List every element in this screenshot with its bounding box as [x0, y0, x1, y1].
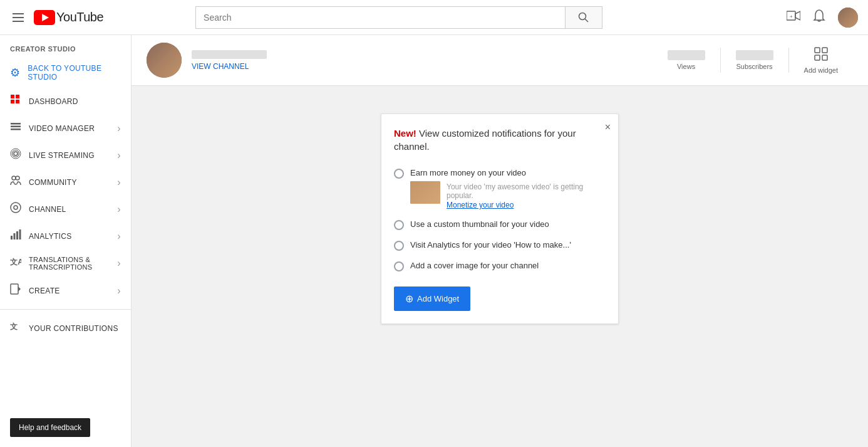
svg-point-18: [16, 176, 19, 180]
add-widget-popup-label: Add Widget: [417, 294, 459, 303]
svg-rect-10: [16, 100, 19, 103]
channel-icon: [10, 202, 21, 216]
community-icon: [10, 175, 21, 189]
sidebar-section-title: CREATOR STUDIO: [0, 35, 131, 58]
svg-text:文A: 文A: [10, 258, 21, 266]
add-widget-button[interactable]: Add widget: [789, 47, 853, 74]
hamburger-menu[interactable]: [10, 11, 26, 24]
main-content: VIEW CHANNEL Views Subscribers: [132, 35, 868, 447]
svg-rect-7: [11, 95, 14, 98]
popup-new-label: New!: [394, 128, 416, 139]
sidebar-item-channel[interactable]: CHANNEL ›: [0, 196, 131, 223]
sidebar-item-dashboard[interactable]: DASHBOARD: [0, 88, 131, 115]
subscribers-value: [736, 50, 773, 60]
video-manager-chevron: ›: [117, 123, 121, 134]
sidebar-item-create-label: CREATE: [29, 287, 60, 295]
user-avatar[interactable]: [838, 8, 858, 28]
svg-rect-29: [815, 48, 820, 53]
sidebar-item-analytics-label: ANALYTICS: [29, 232, 72, 241]
video-camera-icon[interactable]: +: [787, 10, 800, 24]
youtube-wordmark: YouTube: [56, 10, 103, 24]
sidebar-item-community[interactable]: COMMUNITY ›: [0, 169, 131, 196]
popup-title-text: View customized notifications for your c…: [394, 128, 576, 152]
youtube-logo[interactable]: YouTube: [34, 10, 103, 25]
svg-rect-31: [815, 55, 820, 60]
popup-close-button[interactable]: ×: [605, 122, 611, 133]
sidebar-footer: Help and feedback: [0, 408, 131, 447]
svg-rect-32: [822, 55, 827, 60]
channel-name-placeholder: [192, 50, 267, 59]
notif-radio-thumbnail[interactable]: [394, 220, 404, 230]
sidebar-item-contributions-label: YOUR CONTRIBUTIONS: [29, 324, 118, 333]
sidebar-item-translations-label: TRANSLATIONS & TRANSCRIPTIONS: [29, 256, 110, 271]
svg-point-2: [579, 13, 586, 19]
translations-chevron: ›: [117, 258, 121, 269]
notif-content-thumbnail: Use a custom thumbnail for your video: [410, 219, 606, 229]
notif-text-cover-image: Add a cover image for your channel: [410, 261, 606, 270]
subscribers-label: Subscribers: [736, 63, 773, 70]
channel-info: VIEW CHANNEL: [192, 50, 643, 71]
sidebar-item-video-manager[interactable]: VIDEO MANAGER ›: [0, 115, 131, 142]
svg-rect-13: [11, 129, 21, 130]
svg-rect-9: [11, 100, 14, 103]
channel-stats: Views Subscribers: [653, 47, 853, 74]
notification-item-cover-image: Add a cover image for your channel: [394, 256, 606, 276]
sidebar-item-video-manager-label: VIDEO MANAGER: [29, 124, 95, 133]
sidebar-item-back-to-youtube[interactable]: ⚙ BACK TO YOUTUBE STUDIO: [0, 58, 131, 88]
svg-point-14: [14, 152, 18, 155]
notif-sub-content: Your video 'my awesome video' is getting…: [447, 181, 606, 209]
youtube-logo-icon: [34, 10, 55, 25]
notif-radio-earn-money[interactable]: [394, 169, 404, 179]
svg-rect-23: [16, 231, 18, 239]
live-streaming-chevron: ›: [117, 150, 121, 161]
sidebar-item-channel-label: CHANNEL: [29, 205, 66, 214]
create-icon: [10, 283, 21, 298]
svg-rect-24: [19, 229, 21, 239]
channel-header: VIEW CHANNEL Views Subscribers: [132, 35, 868, 86]
monetize-video-link[interactable]: Monetize your video: [447, 201, 514, 209]
notif-text-analytics: Visit Analytics for your video 'How to m…: [410, 240, 606, 250]
svg-rect-26: [11, 284, 18, 294]
sidebar-item-community-label: COMMUNITY: [29, 178, 77, 187]
add-widget-label: Add widget: [804, 66, 838, 74]
svg-rect-12: [11, 126, 21, 128]
svg-point-15: [13, 150, 19, 157]
sidebar-item-create[interactable]: CREATE ›: [0, 277, 131, 304]
notif-radio-cover-image[interactable]: [394, 261, 404, 271]
notif-text-thumbnail: Use a custom thumbnail for your video: [410, 219, 606, 229]
add-widget-plus-icon: ⊕: [405, 293, 413, 305]
svg-rect-8: [16, 95, 19, 98]
notif-content-cover-image: Add a cover image for your channel: [410, 261, 606, 270]
notification-item-analytics: Visit Analytics for your video 'How to m…: [394, 235, 606, 256]
analytics-icon: [10, 229, 21, 243]
svg-rect-30: [822, 48, 827, 53]
search-button[interactable]: [565, 6, 602, 29]
analytics-chevron: ›: [117, 231, 121, 242]
add-widget-popup-button[interactable]: ⊕ Add Widget: [394, 287, 470, 311]
svg-rect-22: [14, 233, 16, 239]
svg-point-17: [12, 176, 16, 180]
content-area: × New! View customized notifications for…: [132, 86, 868, 447]
notif-radio-analytics[interactable]: [394, 241, 404, 251]
sidebar-item-analytics[interactable]: ANALYTICS ›: [0, 223, 131, 250]
main-layout: CREATOR STUDIO ⚙ BACK TO YOUTUBE STUDIO …: [0, 35, 868, 447]
help-feedback-button[interactable]: Help and feedback: [10, 418, 90, 437]
svg-marker-5: [795, 11, 800, 20]
search-icon: [578, 12, 589, 23]
notif-text-earn-money: Earn more money on your video: [410, 168, 606, 177]
notifications-icon[interactable]: [813, 9, 825, 26]
sidebar-item-your-contributions[interactable]: 文 YOUR CONTRIBUTIONS: [0, 315, 131, 342]
svg-point-20: [14, 206, 18, 209]
svg-text:文: 文: [10, 322, 18, 331]
view-channel-link[interactable]: VIEW CHANNEL: [192, 62, 249, 71]
sidebar-item-translations[interactable]: 文A TRANSLATIONS & TRANSCRIPTIONS ›: [0, 250, 131, 277]
nav-left: YouTube: [10, 10, 103, 25]
channel-chevron: ›: [117, 204, 121, 215]
views-stat: Views: [653, 50, 720, 70]
svg-rect-11: [11, 123, 21, 125]
subscribers-stat: Subscribers: [721, 50, 788, 70]
translations-icon: 文A: [10, 256, 21, 271]
top-navigation: YouTube +: [0, 0, 868, 35]
search-input[interactable]: [195, 6, 565, 29]
sidebar-item-live-streaming[interactable]: LIVE STREAMING ›: [0, 142, 131, 169]
